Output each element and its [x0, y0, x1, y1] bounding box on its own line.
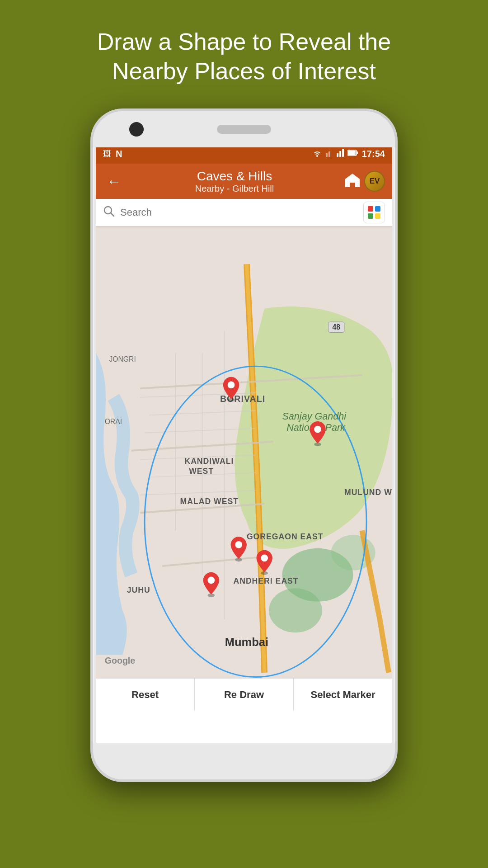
status-time: 17:54 — [362, 149, 385, 159]
status-right-icons: 17:54 — [312, 149, 385, 159]
svg-text:ORAI: ORAI — [105, 418, 122, 425]
signal-full-icon — [337, 149, 344, 159]
map-area[interactable]: BORIVALI KANDIWALI WEST MALAD WEST GOREG… — [96, 226, 392, 711]
signal-icon — [326, 149, 333, 159]
home-icon[interactable] — [344, 173, 361, 190]
svg-rect-3 — [339, 151, 341, 157]
toolbar-subtitle: Nearby - Gilbert Hill — [132, 184, 337, 194]
phone-frame: 🖼 N 17:54 — [90, 108, 398, 782]
battery-icon — [347, 149, 358, 159]
svg-text:Google: Google — [105, 656, 136, 665]
phone-speaker — [217, 125, 271, 134]
svg-rect-6 — [348, 151, 356, 155]
reset-button[interactable]: Reset — [96, 679, 194, 711]
toolbar-title-container: Caves & Hills Nearby - Gilbert Hill — [132, 169, 337, 194]
svg-text:JONGRI: JONGRI — [109, 355, 136, 363]
svg-text:KANDIWALI: KANDIWALI — [184, 457, 234, 466]
bottom-action-bar: Reset Re Draw Select Marker — [96, 678, 392, 711]
grid-icon — [368, 206, 380, 219]
phone-camera — [129, 122, 144, 137]
svg-text:MULUND WEST: MULUND WEST — [344, 488, 392, 497]
svg-text:Sanjay Gandhi: Sanjay Gandhi — [282, 410, 347, 422]
search-bar — [96, 199, 392, 226]
svg-text:MALAD WEST: MALAD WEST — [180, 497, 239, 506]
svg-text:WEST: WEST — [189, 467, 214, 476]
svg-text:ANDHERI EAST: ANDHERI EAST — [233, 576, 298, 585]
select-marker-button[interactable]: Select Marker — [293, 679, 392, 711]
image-icon: 🖼 — [103, 149, 111, 159]
svg-text:48: 48 — [333, 323, 341, 331]
wifi-icon — [312, 149, 322, 159]
redraw-button[interactable]: Re Draw — [194, 679, 293, 711]
svg-text:BORIVALI: BORIVALI — [220, 394, 265, 404]
n-icon: N — [116, 149, 122, 159]
svg-rect-0 — [326, 153, 328, 157]
toolbar-icons: EV — [344, 171, 385, 192]
phone-bottom-bezel — [93, 743, 395, 779]
svg-point-45 — [228, 382, 235, 389]
app-toolbar: ← Caves & Hills Nearby - Gilbert Hill EV — [96, 164, 392, 199]
ev-badge[interactable]: EV — [364, 171, 385, 192]
svg-rect-7 — [357, 151, 358, 154]
map-svg: BORIVALI KANDIWALI WEST MALAD WEST GOREG… — [96, 226, 392, 711]
svg-point-53 — [207, 577, 215, 584]
grid-menu-button[interactable] — [363, 202, 385, 223]
svg-line-9 — [111, 213, 114, 216]
phone-top-bezel — [93, 111, 395, 147]
svg-point-47 — [314, 426, 321, 433]
svg-rect-2 — [337, 153, 338, 157]
search-icon — [103, 205, 115, 220]
svg-text:GOREGAON EAST: GOREGAON EAST — [247, 532, 324, 541]
svg-rect-4 — [342, 149, 344, 157]
phone-screen: 🖼 N 17:54 — [96, 144, 392, 743]
svg-text:Mumbai: Mumbai — [225, 636, 268, 648]
svg-text:JUHU: JUHU — [127, 585, 150, 594]
svg-rect-1 — [328, 151, 330, 157]
back-button[interactable]: ← — [103, 170, 125, 193]
search-input[interactable] — [120, 207, 358, 218]
svg-point-12 — [269, 588, 322, 632]
svg-point-51 — [261, 555, 268, 562]
svg-point-49 — [235, 541, 242, 548]
headline: Draw a Shape to Reveal the Nearby Places… — [0, 0, 488, 104]
status-left-icons: 🖼 N — [103, 149, 122, 159]
toolbar-title: Caves & Hills — [132, 169, 337, 184]
